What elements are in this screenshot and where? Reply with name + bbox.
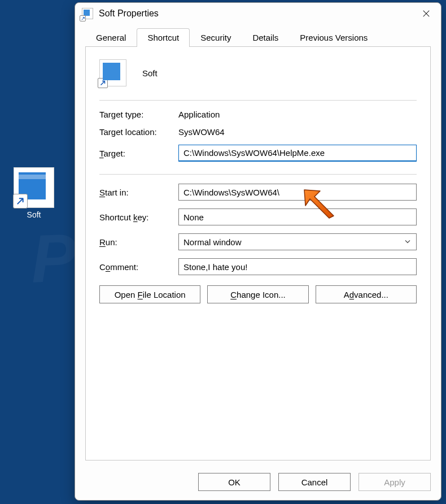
change-icon-button[interactable]: Change Icon...: [207, 285, 308, 303]
dialog-footer: OK Cancel Apply: [75, 467, 441, 500]
tab-security[interactable]: Security: [190, 28, 242, 47]
tab-previous-versions[interactable]: Previous Versions: [289, 28, 378, 47]
shortcut-key-label: Shortcut key:: [99, 212, 178, 222]
desktop-shortcut-soft[interactable]: Soft: [8, 167, 60, 219]
cancel-button[interactable]: Cancel: [278, 473, 351, 491]
target-location-label: Target location:: [99, 127, 178, 137]
tab-details[interactable]: Details: [242, 28, 289, 47]
open-file-location-button[interactable]: Open File Location: [99, 285, 200, 303]
apply-button[interactable]: Apply: [358, 473, 431, 491]
start-in-input[interactable]: [178, 184, 417, 201]
advanced-button[interactable]: Advanced...: [316, 285, 417, 303]
target-label: Target:: [99, 149, 178, 158]
target-type-label: Target type:: [99, 110, 178, 119]
separator: [99, 100, 417, 101]
comment-input[interactable]: [178, 258, 417, 275]
run-label: Run:: [99, 237, 178, 247]
ok-button[interactable]: OK: [198, 473, 270, 491]
header-shortcut-icon: [99, 59, 126, 86]
run-select[interactable]: [178, 233, 417, 250]
shortcut-icon: [14, 167, 54, 208]
comment-label: Comment:: [99, 262, 178, 272]
shortcut-name: Soft: [142, 68, 158, 78]
shortcut-overlay-arrow-icon: [13, 194, 28, 208]
separator: [99, 174, 417, 175]
target-input[interactable]: [178, 145, 417, 162]
shortcut-panel: Soft Target type: Application Target loc…: [85, 46, 431, 460]
properties-dialog: Soft Properties General Shortcut Securit…: [75, 2, 441, 501]
tab-general[interactable]: General: [85, 28, 137, 47]
target-location-value: SysWOW64: [178, 127, 417, 137]
close-button[interactable]: [412, 3, 441, 24]
tab-shortcut[interactable]: Shortcut: [137, 28, 190, 47]
tab-bar: General Shortcut Security Details Previo…: [75, 24, 441, 46]
start-in-label: Start in:: [99, 188, 178, 197]
target-type-value: Application: [178, 110, 417, 119]
desktop-shortcut-label: Soft: [8, 210, 60, 219]
close-icon: [422, 10, 430, 18]
titlebar: Soft Properties: [75, 3, 441, 24]
titlebar-shortcut-icon: [82, 8, 93, 19]
dialog-title: Soft Properties: [99, 8, 159, 19]
shortcut-key-input[interactable]: [178, 208, 417, 225]
